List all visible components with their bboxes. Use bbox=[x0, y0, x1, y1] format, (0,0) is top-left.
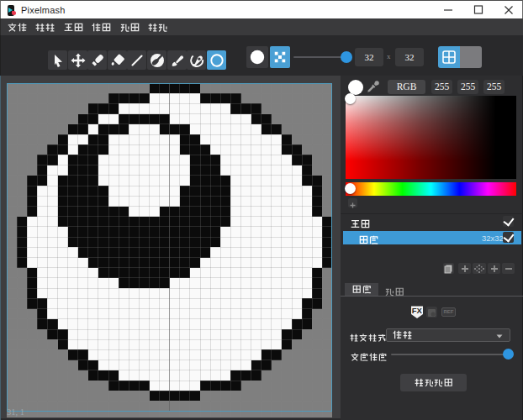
svg-text:FX: FX bbox=[412, 306, 423, 315]
